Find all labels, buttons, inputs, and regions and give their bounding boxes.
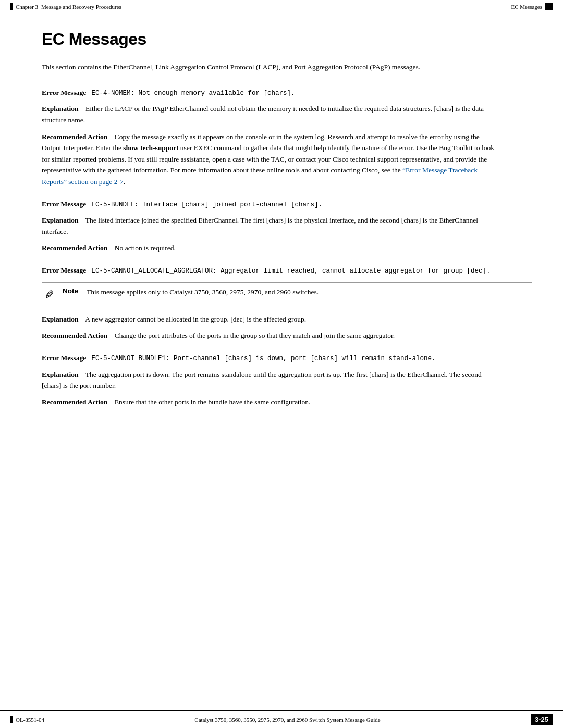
error-label-3: Error Message xyxy=(42,266,86,274)
note-text: This message applies only to Catalyst 37… xyxy=(87,287,319,298)
page-footer: OL-8551-04 Catalyst 3750, 3560, 3550, 29… xyxy=(0,710,563,728)
spacer xyxy=(80,105,84,113)
spacer xyxy=(88,200,90,208)
error-code-4: EC-5-CANNOT_BUNDLE1: Port-channel [chars… xyxy=(91,355,435,362)
explanation-label-3: Explanation xyxy=(42,315,79,323)
error-message-4: Error Message EC-5-CANNOT_BUNDLE1: Port-… xyxy=(42,353,532,364)
spacer xyxy=(109,244,113,252)
error-label-4: Error Message xyxy=(42,354,86,362)
explanation-label-4: Explanation xyxy=(42,371,79,378)
rec-label-2: Recommended Action xyxy=(42,244,107,252)
note-row: Note This message applies only to Cataly… xyxy=(63,287,319,298)
main-content: EC Messages This section contains the Et… xyxy=(0,14,563,451)
error-label-1: Error Message xyxy=(42,89,86,96)
page-header: Chapter 3 Message and Recovery Procedure… xyxy=(0,0,563,14)
rec-action-1: Recommended Action Copy the message exac… xyxy=(42,131,500,188)
rec-action-3: Recommended Action Change the port attri… xyxy=(42,330,500,341)
spacer xyxy=(88,354,90,362)
spacer xyxy=(88,89,90,96)
rec-text-3: Change the port attributes of the ports … xyxy=(115,331,395,339)
page-title: EC Messages xyxy=(42,30,532,49)
explanation-label-2: Explanation xyxy=(42,216,79,224)
spacer xyxy=(109,133,113,141)
message-block-3: Error Message EC-5-CANNOT_ALLOCATE_AGGRE… xyxy=(42,265,532,341)
rec-text-1c: . xyxy=(124,178,125,186)
message-block-1: Error Message EC-4-NOMEM: Not enough mem… xyxy=(42,88,532,188)
footer-bar-icon xyxy=(10,716,13,723)
spacer xyxy=(80,216,84,224)
note-label: Note xyxy=(63,287,81,295)
spacer xyxy=(80,371,84,378)
explanation-1: Explanation Either the LACP or the PAgP … xyxy=(42,103,500,126)
explanation-text-3: A new aggregator cannot be allocated in … xyxy=(85,315,306,323)
error-message-2: Error Message EC-5-BUNDLE: Interface [ch… xyxy=(42,199,532,210)
error-message-3: Error Message EC-5-CANNOT_ALLOCATE_AGGRE… xyxy=(42,265,532,276)
note-icon-area: ✎ xyxy=(42,288,57,302)
error-code-3: EC-5-CANNOT_ALLOCATE_AGGREGATOR: Aggrega… xyxy=(91,267,490,275)
header-left: Chapter 3 Message and Recovery Procedure… xyxy=(10,3,121,10)
rec-label-1: Recommended Action xyxy=(42,133,107,141)
footer-left: OL-8551-04 xyxy=(10,716,44,723)
explanation-text-2: The listed interface joined the specifie… xyxy=(42,216,478,236)
explanation-2: Explanation The listed interface joined … xyxy=(42,215,500,237)
header-bar-right-icon xyxy=(545,3,553,10)
rec-text-2: No action is required. xyxy=(115,244,176,252)
footer-center: Catalyst 3750, 3560, 3550, 2975, 2970, a… xyxy=(194,717,380,723)
explanation-3: Explanation A new aggregator cannot be a… xyxy=(42,314,500,325)
chapter-title: Message and Recovery Procedures xyxy=(41,4,121,10)
section-title: EC Messages xyxy=(511,4,542,10)
rec-action-2: Recommended Action No action is required… xyxy=(42,242,500,254)
rec-label-3: Recommended Action xyxy=(42,331,107,339)
message-block-2: Error Message EC-5-BUNDLE: Interface [ch… xyxy=(42,199,532,254)
note-block-3: ✎ Note This message applies only to Cata… xyxy=(42,282,532,306)
intro-paragraph: This section contains the EtherChannel, … xyxy=(42,61,490,73)
header-bar-icon xyxy=(10,3,13,10)
explanation-text-1: Either the LACP or the PAgP EtherChannel… xyxy=(42,105,484,124)
spacer xyxy=(109,398,113,406)
spacer xyxy=(109,331,113,339)
footer-guide-title: Catalyst 3750, 3560, 3550, 2975, 2970, a… xyxy=(194,717,380,723)
error-label-2: Error Message xyxy=(42,200,86,208)
footer-doc-id: OL-8551-04 xyxy=(16,717,44,723)
rec-label-4: Recommended Action xyxy=(42,398,107,406)
explanation-label-1: Explanation xyxy=(42,105,79,113)
header-right: EC Messages xyxy=(511,3,553,10)
pencil-icon: ✎ xyxy=(45,288,54,302)
explanation-4: Explanation The aggregation port is down… xyxy=(42,369,500,391)
error-message-1: Error Message EC-4-NOMEM: Not enough mem… xyxy=(42,88,532,98)
chapter-label: Chapter 3 xyxy=(16,4,38,10)
spacer xyxy=(80,315,84,323)
footer-page-number: 3-25 xyxy=(531,714,553,725)
rec-text-4: Ensure that the other ports in the bundl… xyxy=(115,398,311,406)
rec-text-show: show tech-support xyxy=(123,144,178,152)
message-block-4: Error Message EC-5-CANNOT_BUNDLE1: Port-… xyxy=(42,353,532,408)
error-code-1: EC-4-NOMEM: Not enough memory available … xyxy=(91,90,295,97)
explanation-text-4: The aggregation port is down. The port r… xyxy=(42,371,482,390)
rec-action-4: Recommended Action Ensure that the other… xyxy=(42,397,500,408)
spacer xyxy=(88,266,90,274)
error-code-2: EC-5-BUNDLE: Interface [chars] joined po… xyxy=(91,201,322,208)
